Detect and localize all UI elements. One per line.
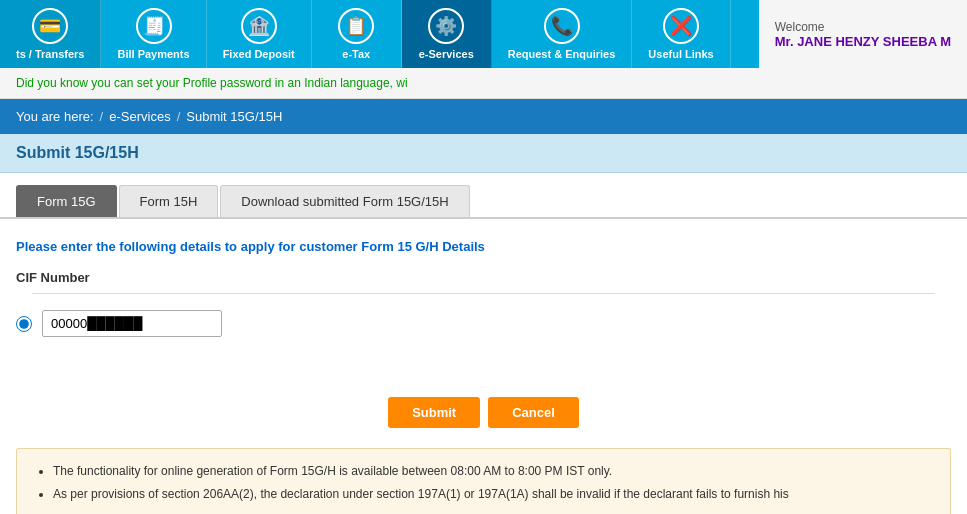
breadcrumb-submit-15g15h: Submit 15G/15H bbox=[186, 109, 282, 124]
submit-button[interactable]: Submit bbox=[388, 397, 480, 428]
fixed-deposit-icon: 🏦 bbox=[241, 8, 277, 44]
info-notes-list: The functionality for online generation … bbox=[33, 463, 934, 503]
button-row: Submit Cancel bbox=[0, 397, 967, 428]
breadcrumb-prefix: You are here: bbox=[16, 109, 94, 124]
divider bbox=[32, 293, 935, 294]
cif-input[interactable] bbox=[42, 310, 222, 337]
page-title: Submit 15G/15H bbox=[0, 134, 967, 173]
nav-item-accounts-transfers[interactable]: 💳 ts / Transfers bbox=[0, 0, 101, 68]
top-navigation: 💳 ts / Transfers 🧾 Bill Payments 🏦 Fixed… bbox=[0, 0, 967, 68]
nav-item-fixed-deposit[interactable]: 🏦 Fixed Deposit bbox=[207, 0, 312, 68]
breadcrumb: You are here: / e-Services / Submit 15G/… bbox=[0, 99, 967, 134]
tab-form-15h[interactable]: Form 15H bbox=[119, 185, 219, 217]
request-enquiries-icon: 📞 bbox=[544, 8, 580, 44]
form-section: Please enter the following details to ap… bbox=[0, 219, 967, 377]
cif-row bbox=[16, 310, 951, 337]
tab-form-15g[interactable]: Form 15G bbox=[16, 185, 117, 217]
form-instruction: Please enter the following details to ap… bbox=[16, 239, 951, 254]
bill-payments-icon: 🧾 bbox=[136, 8, 172, 44]
welcome-name: Mr. JANE HENZY SHEEBA M bbox=[775, 34, 951, 49]
welcome-panel: Welcome Mr. JANE HENZY SHEEBA M bbox=[759, 0, 967, 68]
info-bar: Did you know you can set your Profile pa… bbox=[0, 68, 967, 99]
nav-label-accounts-transfers: ts / Transfers bbox=[16, 48, 84, 60]
nav-label-bill-payments: Bill Payments bbox=[117, 48, 189, 60]
nav-item-useful-links[interactable]: ❌ Useful Links bbox=[632, 0, 730, 68]
e-services-icon: ⚙️ bbox=[428, 8, 464, 44]
info-bar-text: Did you know you can set your Profile pa… bbox=[16, 76, 408, 90]
nav-label-useful-links: Useful Links bbox=[648, 48, 713, 60]
tab-bar: Form 15G Form 15H Download submitted For… bbox=[0, 173, 967, 219]
welcome-label: Welcome bbox=[775, 20, 825, 34]
nav-item-request-enquiries[interactable]: 📞 Request & Enquiries bbox=[492, 0, 633, 68]
cif-radio[interactable] bbox=[16, 316, 32, 332]
nav-label-e-services: e-Services bbox=[419, 48, 474, 60]
breadcrumb-sep-1: / bbox=[100, 109, 104, 124]
info-note-2: As per provisions of section 206AA(2), t… bbox=[53, 486, 934, 503]
cancel-button[interactable]: Cancel bbox=[488, 397, 579, 428]
nav-label-request-enquiries: Request & Enquiries bbox=[508, 48, 616, 60]
nav-label-e-tax: e-Tax bbox=[342, 48, 370, 60]
accounts-transfers-icon: 💳 bbox=[32, 8, 68, 44]
useful-links-icon: ❌ bbox=[663, 8, 699, 44]
e-tax-icon: 📋 bbox=[338, 8, 374, 44]
nav-item-bill-payments[interactable]: 🧾 Bill Payments bbox=[101, 0, 206, 68]
main-content: Form 15G Form 15H Download submitted For… bbox=[0, 173, 967, 514]
breadcrumb-sep-2: / bbox=[177, 109, 181, 124]
nav-label-fixed-deposit: Fixed Deposit bbox=[223, 48, 295, 60]
nav-item-e-services[interactable]: ⚙️ e-Services bbox=[402, 0, 492, 68]
cif-label: CIF Number bbox=[16, 270, 951, 285]
info-note-1: The functionality for online generation … bbox=[53, 463, 934, 480]
breadcrumb-e-services[interactable]: e-Services bbox=[109, 109, 170, 124]
tab-download-submitted[interactable]: Download submitted Form 15G/15H bbox=[220, 185, 469, 217]
info-notes-box: The functionality for online generation … bbox=[16, 448, 951, 514]
nav-item-e-tax[interactable]: 📋 e-Tax bbox=[312, 0, 402, 68]
